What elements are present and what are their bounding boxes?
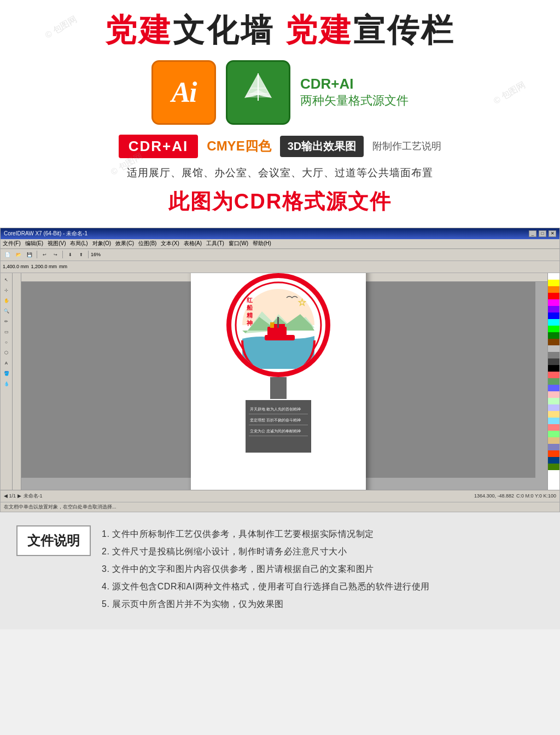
swatch-blue[interactable]	[548, 312, 559, 319]
desc-item-1: 1. 文件中所标制作工艺仅供参考，具体制作工艺要根据实际情况制定	[102, 525, 544, 543]
tool-select[interactable]: ⊹	[2, 286, 11, 296]
swatch-light-red[interactable]	[548, 372, 559, 378]
cdr-status-bar: 在文档中单击以放置对象，在空白处单击取消选择...	[1, 502, 559, 512]
swatch-purple[interactable]	[548, 306, 559, 312]
icons-row: Ai CDR+AI	[22, 60, 538, 125]
menu-window[interactable]: 窗口(W)	[229, 240, 248, 247]
tool-pan[interactable]: ✋	[2, 296, 11, 306]
base-line-2: 坚定理想 百折不挠的奋斗精神	[249, 415, 308, 425]
swatch-vermillion[interactable]	[548, 450, 559, 457]
swatch-tan[interactable]	[548, 437, 559, 444]
color-display: C:0 M:0 Y:0 K:100	[516, 493, 556, 499]
file-desc-badge: 文件说明	[16, 525, 91, 556]
desc-item-2: 2. 文件尺寸是投稿比例缩小设计，制作时请务必注意尺寸大小	[102, 543, 544, 560]
menu-file[interactable]: 文件(F)	[3, 240, 21, 247]
menu-text[interactable]: 文本(X)	[161, 240, 179, 247]
menu-effect[interactable]: 效果(C)	[115, 240, 134, 247]
tool-zoom[interactable]: 🔍	[2, 306, 11, 316]
coord-display: 1364.300, -48.882	[474, 493, 514, 499]
menu-layout[interactable]: 布局(L)	[70, 240, 88, 247]
cdr-source-title: 此图为CDR格式源文件	[22, 188, 538, 216]
swatch-red[interactable]	[548, 293, 559, 299]
circular-logo: ☆ 红 船 精 神	[226, 273, 330, 377]
design-content: ☆ 红 船 精 神	[191, 273, 366, 490]
menu-edit[interactable]: 编辑(E)	[25, 240, 43, 247]
tool-text[interactable]: A	[2, 358, 11, 368]
tool-ellipse[interactable]: ○	[2, 338, 11, 348]
logo-svg: ☆ 红 船 精 神	[235, 281, 322, 369]
menu-bitmap[interactable]: 位图(B)	[138, 240, 156, 247]
menu-table[interactable]: 表格(A)	[184, 240, 202, 247]
swatch-lavender[interactable]	[548, 404, 559, 411]
cdr-toolbar2: 1,400.0 mm 1,200.0 mm mm	[1, 261, 559, 273]
main-title: 党建文化墙 党建宣传栏	[22, 11, 538, 49]
page-nav: ◀ 1/1 ▶	[4, 493, 21, 499]
stand-pole	[270, 377, 287, 399]
swatch-medium-green[interactable]	[548, 378, 559, 385]
toolbar-undo[interactable]: ↩	[39, 250, 49, 259]
swatch-light-yellow[interactable]	[548, 411, 559, 418]
format-text: CDR+AI 两种矢量格式源文件	[300, 76, 409, 109]
maximize-btn[interactable]: □	[539, 230, 546, 237]
swatch-pink[interactable]	[548, 391, 559, 398]
toolbar-export[interactable]: ⬆	[76, 250, 86, 259]
top-section: © 包图网 © 包图网 © 包图网 党建文化墙 党建宣传栏 Ai	[0, 0, 560, 228]
badge-cmye: CMYE四色	[207, 137, 271, 155]
svg-rect-10	[265, 335, 295, 340]
swatch-sky-blue[interactable]	[548, 418, 559, 424]
minimize-btn[interactable]: _	[529, 230, 536, 237]
cdr-canvas: ☆ 红 船 精 神	[21, 282, 535, 478]
swatch-salmon[interactable]	[548, 424, 559, 431]
close-btn[interactable]: ✕	[549, 230, 556, 237]
tool-fill[interactable]: 🪣	[2, 369, 11, 379]
badge-note: 附制作工艺说明	[372, 140, 441, 153]
swatch-silver[interactable]	[548, 345, 559, 352]
cdr-workspace: ↖ ⊹ ✋ 🔍 ✏ ▭ ○ ⬡ A 🪣 💧	[1, 273, 559, 490]
tool-eyedrop[interactable]: 💧	[2, 379, 11, 389]
base-line-3: 立党为公 忠诚为民的奉献精神	[249, 426, 308, 436]
swatch-periwinkle[interactable]	[548, 444, 559, 450]
menu-object[interactable]: 对象(O)	[92, 240, 111, 247]
swatch-yellow[interactable]	[548, 280, 559, 286]
swatch-dark-green[interactable]	[548, 332, 559, 339]
swatch-orange[interactable]	[548, 286, 559, 293]
swatch-light-green[interactable]	[548, 398, 559, 404]
tool-pointer[interactable]: ↖	[2, 275, 11, 285]
format-sublabel: 两种矢量格式源文件	[300, 92, 409, 109]
swatch-olive[interactable]	[548, 464, 559, 470]
menu-tool[interactable]: 工具(T)	[206, 240, 224, 247]
toolbar-redo[interactable]: ↪	[50, 250, 60, 259]
toolbar-sep1	[37, 251, 37, 258]
swatch-black[interactable]	[548, 365, 559, 372]
swatch-gray[interactable]	[548, 352, 559, 358]
swatch-dark-gray[interactable]	[548, 358, 559, 365]
title-wenHuaQiang: 文化墙	[173, 12, 285, 48]
swatch-mint[interactable]	[548, 431, 559, 437]
menu-help[interactable]: 帮助(H)	[253, 240, 271, 247]
swatch-light-blue[interactable]	[548, 385, 559, 391]
swatch-white[interactable]	[548, 273, 559, 280]
swatch-magenta[interactable]	[548, 299, 559, 306]
badge-cdr-ai: CDR+AI	[119, 135, 199, 158]
toolbar-save[interactable]: 💾	[25, 250, 34, 259]
swatch-cyan[interactable]	[548, 319, 559, 326]
logo-outer-ring: ☆ 红 船 精 神	[226, 273, 330, 377]
tool-polygon[interactable]: ⬡	[2, 348, 11, 358]
badge-row: CDR+AI CMYE四色 3D输出效果图 附制作工艺说明	[22, 135, 538, 158]
menu-view[interactable]: 视图(V)	[48, 240, 66, 247]
desc-item-4: 4. 源文件包含CDR和AI两种文件格式，使用者可自行选择自己熟悉的软件进行使用	[102, 578, 544, 595]
swatch-green[interactable]	[548, 326, 559, 332]
toolbar-import[interactable]: ⬇	[65, 250, 75, 259]
cdr-toolbar1: 📄 📂 💾 ↩ ↪ ⬇ ⬆ 16%	[1, 249, 559, 261]
desc-item-3: 3. 文件中的文字和图片内容仅供参考，图片请根据自己的文案和图片	[102, 560, 544, 578]
tool-freehand[interactable]: ✏	[2, 317, 11, 327]
screenshot-area: CoreIDRAW X7 (64-Bit) - 未命名-1 _ □ ✕ 文件(F…	[0, 228, 560, 512]
toolbar-open[interactable]: 📂	[14, 250, 24, 259]
svg-rect-11	[267, 327, 287, 335]
swatch-brown[interactable]	[548, 339, 559, 345]
tool-rect[interactable]: ▭	[2, 327, 11, 337]
swatch-navy[interactable]	[548, 457, 559, 464]
toolbar-new[interactable]: 📄	[3, 250, 13, 259]
cdr-svg-icon	[234, 68, 283, 117]
cdr-icon	[226, 60, 290, 125]
